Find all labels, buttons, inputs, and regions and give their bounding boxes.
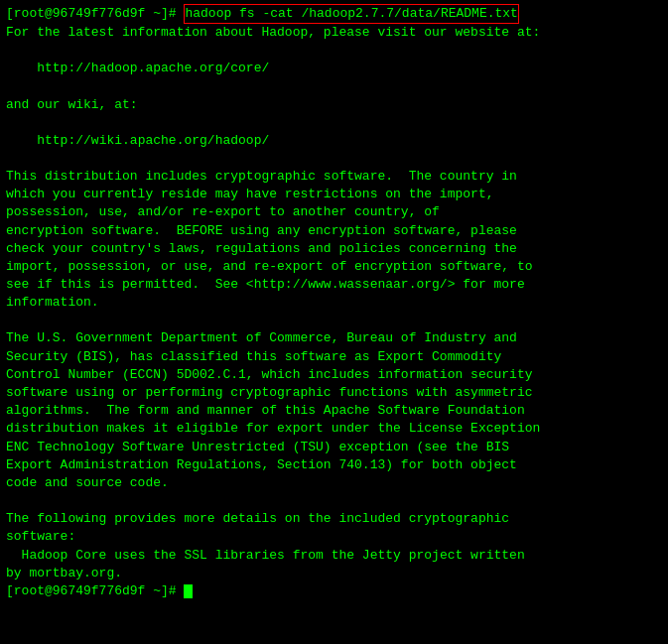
output-url-1: http://hadoop.apache.org/core/ xyxy=(6,60,662,77)
para-text-2: The U.S. Government Department of Commer… xyxy=(6,330,540,490)
output-text-1: For the latest information about Hadoop,… xyxy=(6,25,540,40)
para-text-3: The following provides more details on t… xyxy=(6,511,525,580)
command-line: [root@96749f776d9f ~]# hadoop fs -cat /h… xyxy=(6,4,662,24)
wiki-label-text: and our wiki, at: xyxy=(6,97,138,112)
url-text-1: http://hadoop.apache.org/core/ xyxy=(6,61,269,75)
final-prompt-text: [root@96749f776d9f ~]# xyxy=(6,582,184,600)
output-line-1: For the latest information about Hadoop,… xyxy=(6,24,662,42)
output-para-3: The following provides more details on t… xyxy=(6,510,662,582)
output-para-1: This distribution includes cryptographic… xyxy=(6,168,662,313)
prompt-prefix: [root@96749f776d9f ~]# xyxy=(6,5,184,23)
blank-line-4 xyxy=(6,150,662,168)
output-wiki-label: and our wiki, at: xyxy=(6,96,662,114)
blank-line-3 xyxy=(6,114,662,132)
url-text-2: http://wiki.apache.org/hadoop/ xyxy=(6,133,269,148)
output-para-2: The U.S. Government Department of Commer… xyxy=(6,329,662,492)
blank-line-2 xyxy=(6,78,662,96)
blank-line-5 xyxy=(6,312,662,329)
output-url-2: http://wiki.apache.org/hadoop/ xyxy=(6,132,662,150)
blank-line-1 xyxy=(6,42,662,60)
terminal-window: [root@96749f776d9f ~]# hadoop fs -cat /h… xyxy=(0,0,668,644)
command-text: hadoop fs -cat /hadoop2.7.7/data/README.… xyxy=(184,4,518,24)
para-text-1: This distribution includes cryptographic… xyxy=(6,169,533,310)
terminal-cursor xyxy=(184,584,193,598)
final-prompt-line: [root@96749f776d9f ~]# xyxy=(6,582,662,600)
blank-line-6 xyxy=(6,492,662,510)
